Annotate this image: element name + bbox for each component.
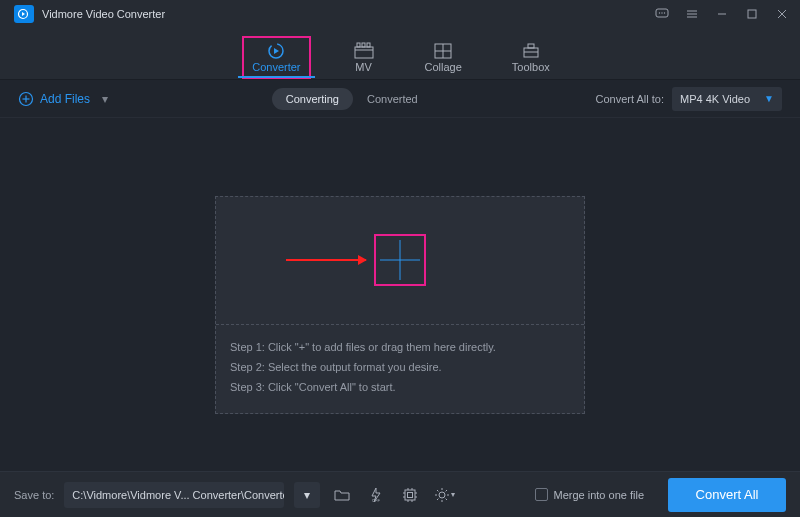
drop-zone-top[interactable] [216, 197, 584, 325]
chevron-down-icon: ▼ [764, 93, 774, 104]
toolbox-icon [521, 41, 541, 61]
svg-point-41 [439, 492, 445, 498]
output-format-value: MP4 4K Video [680, 93, 750, 105]
save-path-dropdown[interactable]: ▾ [294, 482, 320, 508]
tab-label: MV [355, 61, 372, 73]
tab-toolbox[interactable]: Toolbox [504, 36, 558, 79]
svg-rect-18 [362, 43, 365, 47]
hardware-accel-button[interactable]: OFF [364, 483, 388, 507]
svg-point-4 [661, 12, 662, 13]
title-bar: Vidmore Video Converter [0, 0, 800, 28]
plus-icon [380, 240, 420, 280]
bolt-off-icon: OFF [368, 487, 384, 503]
chevron-down-icon: ▾ [304, 488, 310, 502]
main-area: Step 1: Click "+" to add files or drag t… [0, 118, 800, 471]
drop-zone[interactable]: Step 1: Click "+" to add files or drag t… [215, 196, 585, 414]
tab-label: Toolbox [512, 61, 550, 73]
svg-rect-10 [748, 10, 756, 18]
tab-mv[interactable]: MV [345, 36, 383, 79]
merge-checkbox[interactable]: Merge into one file [535, 488, 645, 501]
add-files-plus-highlight[interactable] [374, 234, 426, 286]
svg-marker-1 [22, 12, 25, 16]
converter-icon [266, 41, 286, 61]
merge-label: Merge into one file [554, 489, 645, 501]
settings-button[interactable]: ▾ [432, 483, 456, 507]
svg-rect-19 [367, 43, 370, 47]
svg-rect-17 [357, 43, 360, 47]
output-format-select[interactable]: MP4 4K Video ▼ [672, 87, 782, 111]
svg-text:OFF: OFF [372, 498, 381, 503]
step-2: Step 2: Select the output format you des… [230, 357, 570, 377]
menu-icon[interactable] [684, 6, 700, 22]
step-3: Step 3: Click "Convert All" to start. [230, 377, 570, 397]
svg-point-3 [659, 12, 660, 13]
svg-marker-14 [274, 48, 279, 54]
chevron-down-icon: ▾ [451, 490, 455, 499]
tab-label: Converter [252, 61, 300, 73]
segment-converting[interactable]: Converting [272, 88, 353, 110]
annotation-arrow [286, 259, 366, 261]
mv-icon [353, 41, 375, 61]
add-files-button[interactable]: Add Files ▾ [18, 91, 108, 107]
instructions: Step 1: Click "+" to add files or drag t… [216, 325, 584, 413]
svg-rect-32 [408, 492, 413, 497]
main-tabs: Converter MV Collage Toolbox [0, 28, 800, 80]
svg-rect-15 [355, 47, 373, 58]
segment-converted[interactable]: Converted [353, 88, 432, 110]
svg-point-5 [664, 12, 665, 13]
gear-icon [434, 487, 450, 503]
sub-toolbar: Add Files ▾ Converting Converted Convert… [0, 80, 800, 118]
app-title: Vidmore Video Converter [42, 8, 165, 20]
step-1: Step 1: Click "+" to add files or drag t… [230, 337, 570, 357]
close-button[interactable] [774, 6, 790, 22]
maximize-button[interactable] [744, 6, 760, 22]
save-path-field[interactable]: C:\Vidmore\Vidmore V... Converter\Conver… [64, 482, 284, 508]
collage-icon [433, 41, 453, 61]
save-to-label: Save to: [14, 489, 54, 501]
minimize-button[interactable] [714, 6, 730, 22]
tab-collage[interactable]: Collage [417, 36, 470, 79]
svg-rect-31 [405, 490, 415, 500]
folder-icon [334, 488, 350, 502]
svg-rect-24 [528, 44, 534, 48]
checkbox-box [535, 488, 548, 501]
feedback-icon[interactable] [654, 6, 670, 22]
open-folder-button[interactable] [330, 483, 354, 507]
app-logo [14, 5, 34, 23]
bottom-bar: Save to: C:\Vidmore\Vidmore V... Convert… [0, 471, 800, 517]
chip-icon [402, 487, 418, 503]
tab-label: Collage [425, 61, 462, 73]
plus-circle-icon [18, 91, 34, 107]
chevron-down-icon[interactable]: ▾ [102, 92, 108, 106]
add-files-label: Add Files [40, 92, 90, 106]
state-segment: Converting Converted [272, 88, 432, 110]
convert-all-to-label: Convert All to: [596, 93, 664, 105]
convert-all-button[interactable]: Convert All [668, 478, 786, 512]
tab-converter[interactable]: Converter [242, 36, 310, 79]
task-schedule-button[interactable] [398, 483, 422, 507]
